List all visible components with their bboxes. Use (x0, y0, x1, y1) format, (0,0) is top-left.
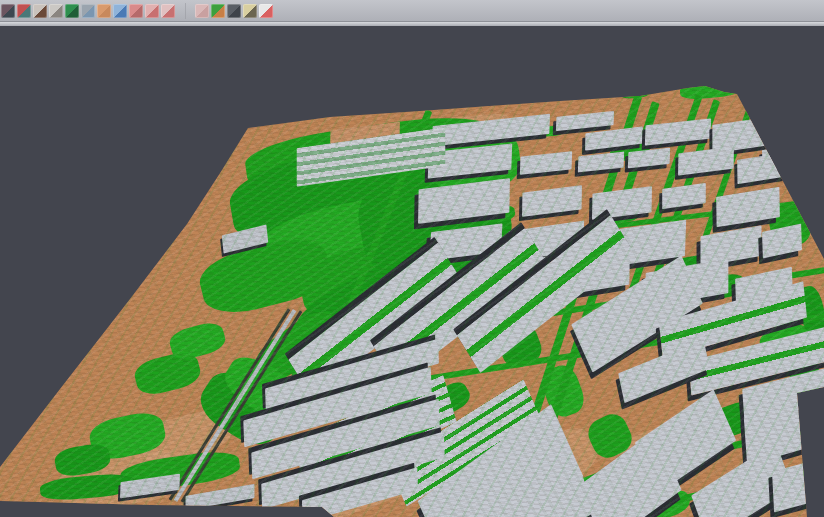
application-window (0, 0, 824, 517)
layers-icon[interactable] (259, 4, 273, 18)
building-roof (737, 152, 789, 184)
vegetation-patch (167, 319, 228, 362)
bounding-box-icon[interactable] (243, 4, 257, 18)
classified-view-icon[interactable] (211, 4, 225, 18)
building-roof (556, 111, 614, 131)
grid-icon[interactable] (195, 4, 209, 18)
render-settings-icon[interactable] (227, 4, 241, 18)
building-roof (592, 186, 652, 220)
toolbar-separator (176, 3, 186, 19)
building-roof (628, 148, 670, 169)
building-roof (520, 151, 572, 175)
zoom-extents-icon[interactable] (161, 4, 175, 18)
dataset-icon[interactable] (1, 4, 15, 18)
circle-select-icon[interactable] (145, 4, 159, 18)
profile-icon[interactable] (81, 4, 95, 18)
terrain-green-icon[interactable] (65, 4, 79, 18)
points-color-icon[interactable] (17, 4, 31, 18)
building-light (186, 484, 255, 510)
viewport-3d[interactable] (0, 26, 824, 517)
building-roof (762, 224, 802, 259)
main-toolbar (0, 0, 824, 22)
building-roof (522, 185, 582, 217)
pointcloud-terrain (0, 26, 824, 517)
contour-icon[interactable] (49, 4, 63, 18)
globe-icon[interactable] (113, 4, 127, 18)
dem-mountain-icon[interactable] (33, 4, 47, 18)
toolbar-icon-strip (0, 0, 274, 21)
orthophoto-icon[interactable] (97, 4, 111, 18)
classification-list-icon[interactable] (129, 4, 143, 18)
vegetation-patch (679, 79, 740, 100)
